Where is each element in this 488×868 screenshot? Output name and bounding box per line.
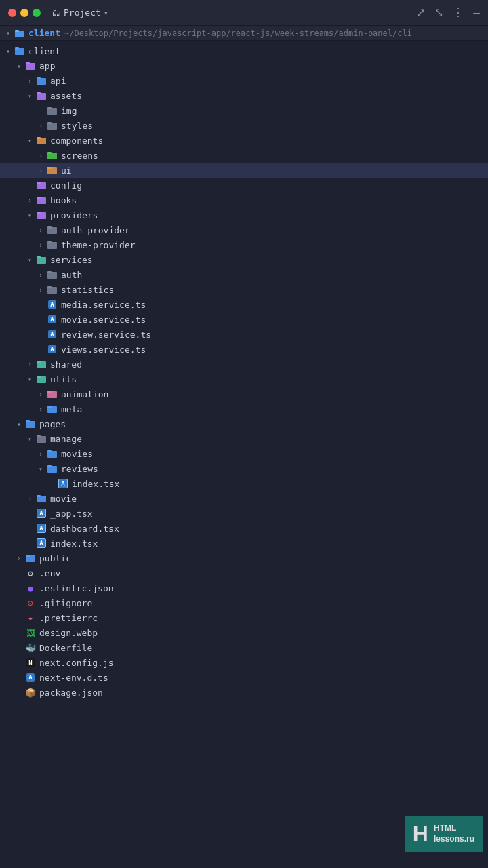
svg-rect-7 (37, 77, 41, 79)
file-label-manage: manage (50, 434, 82, 444)
window-minimize-icon[interactable]: — (473, 6, 480, 19)
svg-rect-37 (37, 361, 41, 363)
tree-item-hooks[interactable]: hooks (0, 193, 488, 208)
expand-icon[interactable]: ⤢ (416, 6, 425, 19)
tree-item-env[interactable]: ⚙.env (0, 566, 488, 580)
close-button[interactable] (8, 9, 16, 17)
tree-arrow-shared (24, 359, 35, 370)
tree-arrow-providers (24, 210, 35, 220)
tree-item-auth[interactable]: auth (0, 267, 488, 282)
more-options-icon[interactable]: ⋮ (453, 6, 464, 19)
file-label-public: public (39, 553, 71, 564)
tree-item-assets[interactable]: assets (0, 88, 488, 103)
tree-item-manage[interactable]: manage (0, 431, 488, 446)
file-icon-reviews (46, 462, 58, 475)
file-label-movie-service: movie.service.ts (61, 315, 146, 325)
tree-item-nextenvd[interactable]: Anext-env.d.ts (0, 670, 488, 685)
tree-item-public[interactable]: public (0, 551, 488, 566)
tree-item-_app[interactable]: A_app.tsx (0, 506, 488, 521)
tree-arrow-movie (24, 493, 35, 504)
file-label-client: client (28, 46, 60, 56)
file-label-shared: shared (50, 359, 82, 370)
tree-item-theme-provider[interactable]: theme-provider (0, 237, 488, 252)
tree-item-animation[interactable]: animation (0, 387, 488, 401)
root-folder-icon (14, 27, 26, 39)
tree-item-eslintrc[interactable]: ●.eslintrc.json (0, 580, 488, 595)
tree-item-screens[interactable]: screens (0, 148, 488, 163)
file-icon-design: 🖼 (24, 627, 37, 639)
file-icon-components (35, 134, 47, 146)
tree-item-dockerfile[interactable]: 🐳Dockerfile (0, 640, 488, 655)
file-icon-statistics (46, 283, 58, 296)
tree-item-review-service[interactable]: Areview.service.ts (0, 327, 488, 342)
tree-item-api[interactable]: api (0, 73, 488, 88)
tree-item-prettierrc[interactable]: ✦.prettierrc (0, 610, 488, 625)
tree-item-styles[interactable]: styles (0, 118, 488, 133)
svg-rect-51 (47, 465, 52, 467)
tree-arrow-styles (35, 120, 46, 131)
file-icon-media-service: A (46, 298, 58, 311)
file-label-screens: screens (61, 151, 98, 161)
tree-item-packagejson[interactable]: 📦package.json (0, 685, 488, 700)
watermark-letter: H (413, 821, 428, 846)
file-label-styles: styles (61, 121, 93, 131)
file-label-assets: assets (50, 91, 82, 101)
tree-item-utils[interactable]: utils (0, 372, 488, 387)
file-label-auth: auth (61, 270, 82, 280)
file-label-animation: animation (61, 389, 108, 399)
file-label-review-service: review.service.ts (61, 330, 151, 340)
file-label-services: services (50, 255, 93, 265)
tree-item-reviews[interactable]: reviews (0, 461, 488, 476)
file-icon-manage (35, 433, 47, 445)
tree-item-client[interactable]: client (0, 43, 488, 58)
svg-rect-45 (26, 420, 30, 422)
traffic-lights (8, 9, 41, 17)
tree-item-gitignore[interactable]: ⊙.gitignore (0, 595, 488, 610)
file-label-hooks: hooks (50, 195, 77, 205)
tree-root-row[interactable]: client ~/Desktop/Projects/javascript-app… (0, 26, 488, 41)
file-label-auth-provider: auth-provider (61, 225, 130, 235)
svg-rect-15 (37, 137, 41, 139)
file-label-dashboard: dashboard.tsx (50, 524, 119, 534)
tree-item-movie[interactable]: movie (0, 491, 488, 506)
project-selector[interactable]: 🗂 Project ▾ (52, 7, 108, 18)
file-label-movie: movie (50, 494, 77, 504)
tree-item-app[interactable]: app (0, 58, 488, 73)
file-icon-services (35, 254, 47, 266)
maximize-button[interactable] (33, 9, 41, 17)
tree-item-design[interactable]: 🖼design.webp (0, 625, 488, 640)
tree-item-nextconfig[interactable]: Nnext.config.js (0, 655, 488, 670)
tree-item-reviews-index[interactable]: Aindex.tsx (0, 476, 488, 491)
tree-item-services[interactable]: services (0, 252, 488, 267)
file-label-utils: utils (50, 374, 77, 384)
minimize-button[interactable] (20, 9, 28, 17)
tree-item-config[interactable]: config (0, 178, 488, 193)
svg-rect-21 (37, 182, 41, 184)
tree-item-img[interactable]: img (0, 103, 488, 118)
tree-item-providers[interactable]: providers (0, 208, 488, 222)
tree-item-views-service[interactable]: Aviews.service.ts (0, 342, 488, 357)
tree-item-movies[interactable]: movies (0, 446, 488, 461)
tree-item-shared[interactable]: shared (0, 357, 488, 372)
tree-item-movie-service[interactable]: Amovie.service.ts (0, 312, 488, 327)
file-label-eslintrc: .eslintrc.json (39, 583, 114, 593)
svg-rect-55 (26, 555, 30, 557)
watermark-text: HTML lessons.ru (434, 823, 474, 844)
tree-item-meta[interactable]: meta (0, 401, 488, 416)
chevron-down-icon: ▾ (104, 8, 108, 18)
tree-item-auth-provider[interactable]: auth-provider (0, 222, 488, 237)
file-icon-prettierrc: ✦ (24, 612, 37, 624)
file-icon-pages (24, 418, 37, 430)
tree-item-media-service[interactable]: Amedia.service.ts (0, 297, 488, 312)
tree-item-ui[interactable]: ui (0, 163, 488, 178)
tree-item-dashboard[interactable]: Adashboard.tsx (0, 521, 488, 536)
file-icon-reviews-index: A (57, 477, 69, 490)
tree-item-components[interactable]: components (0, 133, 488, 148)
collapse-icon[interactable]: ⤡ (434, 6, 443, 19)
file-icon-screens (46, 149, 58, 161)
file-label-design: design.webp (39, 628, 98, 638)
tree-item-index[interactable]: Aindex.tsx (0, 536, 488, 551)
tree-arrow-auth (35, 269, 46, 280)
tree-item-statistics[interactable]: statistics (0, 282, 488, 297)
tree-item-pages[interactable]: pages (0, 416, 488, 431)
